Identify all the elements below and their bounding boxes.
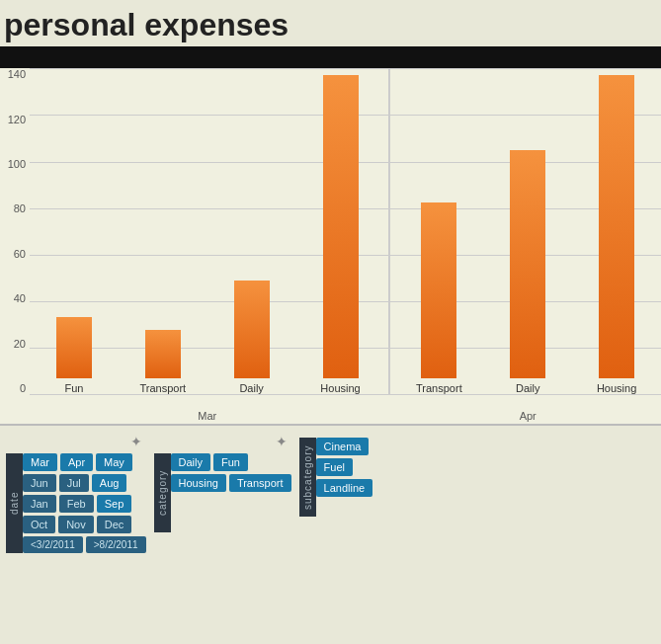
- bar-group-apr-daily: Daily: [483, 68, 572, 394]
- y-label-80: 80: [14, 202, 26, 214]
- bar-apr-housing: [599, 75, 634, 378]
- cursor-icon-1: ✦: [130, 434, 142, 449]
- subcategory-chips: Cinema Fuel Landline: [316, 438, 373, 517]
- date-filter-label: date: [6, 453, 23, 553]
- chip-sep[interactable]: Sep: [97, 495, 132, 513]
- bar-label-mar-transport: Transport: [139, 382, 186, 394]
- grid-line: [30, 394, 661, 395]
- chip-oct[interactable]: Oct: [23, 516, 55, 533]
- bar-apr-daily: [510, 150, 545, 378]
- y-label-120: 120: [8, 114, 26, 125]
- month-labels-row: Mar Apr: [30, 410, 661, 422]
- bar-group-mar-fun: Fun: [30, 68, 119, 394]
- bar-label-apr-transport: Transport: [416, 382, 462, 394]
- bar-label-apr-housing: Housing: [597, 382, 636, 394]
- date-filter-panel: date Mar Apr May Jun Jul Aug Jan Feb Sep: [6, 453, 146, 553]
- y-label-0: 0: [20, 382, 26, 394]
- month-label-mar: Mar: [30, 410, 384, 422]
- chip-jan[interactable]: Jan: [23, 495, 56, 513]
- y-label-40: 40: [14, 292, 26, 304]
- chip-jun[interactable]: Jun: [23, 474, 56, 492]
- bar-group-apr-housing: Housing: [572, 68, 661, 394]
- subcategory-filter-section: subcategory Cinema Fuel Landline: [299, 434, 373, 517]
- bar-label-mar-daily: Daily: [239, 382, 263, 394]
- date-filter-icon-row: ✦: [6, 434, 146, 449]
- date-row-1: Mar Apr May: [23, 453, 146, 471]
- date-row-4: Oct Nov Dec: [23, 516, 146, 533]
- date-row-5: <3/2/2011 >8/2/2011: [23, 536, 146, 553]
- category-chips: Daily Fun Housing Transport: [171, 453, 291, 532]
- subcategory-row-3: Landline: [316, 479, 373, 497]
- subcategory-filter-panel: subcategory Cinema Fuel Landline: [299, 438, 373, 517]
- bar-group-apr-transport: Transport: [394, 68, 483, 394]
- bar-group-mar-daily: Daily: [207, 68, 296, 394]
- category-filter-label: category: [154, 453, 171, 532]
- date-row-3: Jan Feb Sep: [23, 495, 146, 513]
- bar-mar-daily: [234, 281, 270, 378]
- date-filter-section: ✦ date Mar Apr May Jun Jul Aug Jan Feb S…: [6, 434, 146, 553]
- y-label-100: 100: [8, 158, 26, 170]
- chart-area: 140 120 100 80 60 40 20 0 Fun Transport …: [0, 68, 661, 424]
- chip-fuel[interactable]: Fuel: [316, 458, 353, 476]
- category-filter-panel: category Daily Fun Housing Transport: [154, 453, 291, 532]
- month-label-gap: [384, 410, 394, 422]
- chip-may[interactable]: May: [96, 453, 132, 471]
- y-axis: 140 120 100 80 60 40 20 0: [0, 68, 30, 394]
- category-row-2: Housing Transport: [171, 474, 291, 492]
- date-row-2: Jun Jul Aug: [23, 474, 146, 492]
- chip-fun[interactable]: Fun: [213, 453, 248, 471]
- category-filter-section: ✦ category Daily Fun Housing Transport: [154, 434, 291, 532]
- category-row-1: Daily Fun: [171, 453, 291, 471]
- subcategory-row-2: Fuel: [316, 458, 373, 476]
- chip-jul[interactable]: Jul: [59, 474, 89, 492]
- chip-cinema[interactable]: Cinema: [316, 438, 370, 455]
- bar-mar-transport: [145, 330, 181, 379]
- cursor-icon-2: ✦: [276, 434, 288, 449]
- category-filter-icon-row: ✦: [154, 434, 291, 449]
- bar-label-mar-housing: Housing: [320, 382, 360, 394]
- bars-container: Fun Transport Daily Housing Transport Da…: [30, 68, 661, 394]
- chip-apr[interactable]: Apr: [60, 453, 93, 471]
- chip-transport[interactable]: Transport: [229, 474, 291, 492]
- bar-group-mar-transport: Transport: [119, 68, 207, 394]
- chip-dec[interactable]: Dec: [97, 516, 132, 533]
- subcategory-row-1: Cinema: [316, 438, 373, 455]
- black-bar: [0, 46, 661, 68]
- subcategory-filter-label: subcategory: [299, 438, 316, 517]
- chip-nov[interactable]: Nov: [58, 516, 94, 533]
- page-title: personal expenses: [0, 0, 661, 46]
- chip-feb[interactable]: Feb: [59, 495, 94, 513]
- group-divider: [388, 68, 390, 394]
- y-label-140: 140: [8, 68, 26, 80]
- chip-housing[interactable]: Housing: [171, 474, 226, 492]
- chip-landline[interactable]: Landline: [316, 479, 373, 497]
- chip-before-date[interactable]: <3/2/2011: [23, 536, 83, 553]
- bar-label-apr-daily: Daily: [516, 382, 539, 394]
- chip-daily[interactable]: Daily: [171, 453, 210, 471]
- bar-group-mar-housing: Housing: [296, 68, 385, 394]
- chip-mar[interactable]: Mar: [23, 453, 57, 471]
- month-label-apr: Apr: [394, 410, 661, 422]
- date-chips: Mar Apr May Jun Jul Aug Jan Feb Sep Oct …: [23, 453, 146, 553]
- bar-mar-housing: [323, 75, 359, 378]
- bar-mar-fun: [56, 317, 92, 379]
- chip-aug[interactable]: Aug: [92, 474, 127, 492]
- bar-apr-transport: [421, 202, 456, 378]
- y-label-20: 20: [14, 338, 26, 350]
- chip-after-date[interactable]: >8/2/2011: [86, 536, 146, 553]
- y-label-60: 60: [14, 248, 26, 260]
- bar-label-mar-fun: Fun: [64, 382, 83, 394]
- controls-area: ✦ date Mar Apr May Jun Jul Aug Jan Feb S…: [0, 426, 661, 561]
